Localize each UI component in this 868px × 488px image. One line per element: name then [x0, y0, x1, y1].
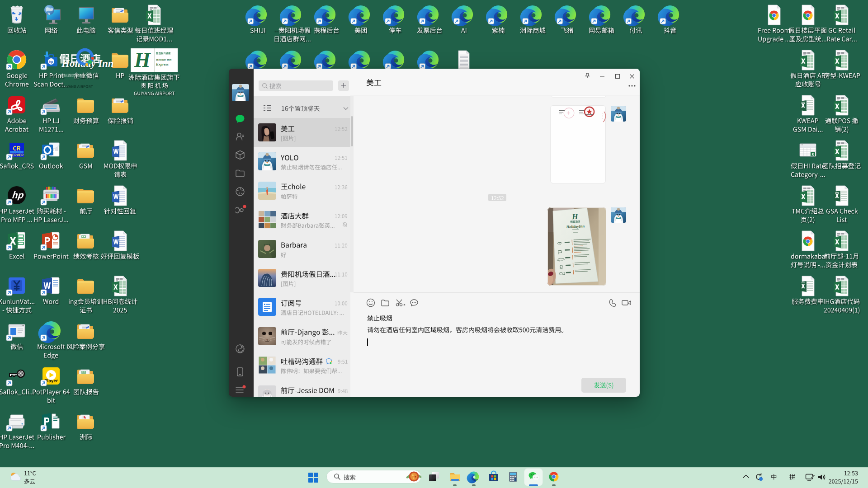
svg-text:HolidayInn: HolidayInn: [566, 224, 585, 229]
svg-text:H: H: [571, 212, 579, 221]
svg-text:hp: hp: [49, 60, 53, 64]
svg-text:Holiday Inn: Holiday Inn: [156, 58, 171, 61]
svg-text:H: H: [134, 48, 151, 71]
svg-text:Express: Express: [156, 62, 169, 66]
